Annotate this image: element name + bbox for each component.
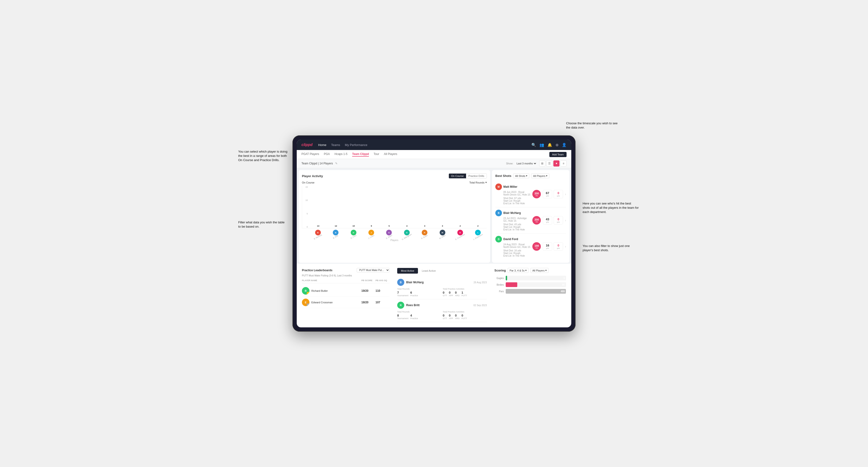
pac-rounds-row: 7 Tournament 6 Practice [397,291,441,297]
shot-stat-value-1: 43 [546,217,549,221]
chart-container: 15 10 5 0 1312109543322 BBDJEGRMEL B. Mc… [302,186,487,242]
shot-cards-container: M Matt Miller 09 Jun 2023 · Royal North … [495,181,566,259]
col-pb-score: PB Score [361,279,375,282]
shot-stats: 67 yds 0 yds [543,190,563,198]
leaderboard-row[interactable]: R 1 Richard Butler 19/20 110 [302,285,390,297]
chart-filter[interactable]: Total Rounds ▾ [469,181,487,184]
scoring-header: Scoring Par 3, 4 & 5s ▾ All Players ▾ [494,268,566,273]
team-header: Team Clippd | 14 Players ✎ Show: Last 3 … [297,159,571,168]
practice-drills-toggle[interactable]: Practice Drills [466,174,487,178]
shot-details-row: 09 Jun 2023 · Royal North Devon GC, Hole… [503,191,530,196]
bar-value: 4 [406,225,408,227]
shot-badge: 200 SG [532,216,541,224]
add-team-button[interactable]: Add Team [549,152,566,157]
practice-leaderboards-panel: Practice Leaderboards PUTT Must Make Put… [299,264,393,325]
bar-value: 2 [477,225,478,227]
pac-date: 02 Sep 2023 [473,304,487,307]
card-view-btn[interactable]: ♥ [553,160,559,166]
shot-player-name-row: B Blair McHarg [495,210,530,216]
scoring-players-filter[interactable]: All Players ▾ [530,268,549,273]
shot-stat-value-2: 0 [558,244,559,247]
shot-stat-label-2: yds [557,247,560,249]
all-players-filter[interactable]: All Players ▾ [531,173,549,178]
tab-all-players[interactable]: All Players [384,152,397,157]
shot-stat-label-1: yds [546,221,549,223]
user-icon-btn[interactable]: 👤 [562,143,566,147]
pac-rounds-title: Total Rounds [397,288,441,290]
lb-name: Edward Crossman [311,301,333,304]
scoring-chart: Eagles 3 Birdies 96 Pars 499 [494,276,566,294]
shot-badge-value: 200 [534,192,539,195]
search-icon-btn[interactable]: 🔍 [531,143,536,147]
chevron-down-icon2: ▾ [546,174,548,177]
bell-icon-btn[interactable]: 🔔 [548,143,552,147]
score-bar-fill [506,289,566,294]
shot-stat-box-1: 16 yds [543,242,552,251]
tab-hcaps[interactable]: Hcaps 1-5 [335,152,347,157]
table-view-btn[interactable]: ≡ [560,160,566,166]
shot-stat-value-2: 0 [558,217,559,221]
edit-icon[interactable]: ✎ [335,162,338,165]
pac-app: 0 APP [449,291,453,297]
list-view-btn[interactable]: ☰ [546,160,552,166]
score-bar-container: 3 [506,276,566,280]
player-activity-card: R Rees Britt 02 Sep 2023 Total Rounds 8 … [397,299,487,322]
annotation-left-top: You can select which player is doing the… [238,150,288,162]
all-shots-filter[interactable]: All Shots ▾ [513,173,529,178]
shot-stat-box-1: 67 yds [543,190,552,198]
shot-badge-value: 200 [534,218,539,221]
pac-header: B Blair McHarg 26 Aug 2023 [397,279,487,286]
shot-card[interactable]: M Matt Miller 09 Jun 2023 · Royal North … [495,181,566,207]
tab-tour[interactable]: Tour [374,152,379,157]
total-rounds-label: Total Rounds [469,181,485,184]
most-active-tabs: Most Active Least Active [397,268,487,274]
pac-tournament: 8 Tournament [397,314,408,319]
pac-practice-rounds: 4 Practice [410,314,418,319]
pac-tournament: 7 Tournament [397,291,408,297]
pac-total-rounds: Total Rounds 7 Tournament 6 Practice [397,288,441,297]
pac-activities-row: 0 GTT 0 APP 0 ARG 1 PUTT [443,291,487,297]
show-select[interactable]: Last 3 months Last 6 months Last year [516,162,537,165]
pac-arg: 0 ARG [455,291,460,297]
view-icons: ⊞ ☰ ♥ ≡ [539,160,566,166]
tab-pga[interactable]: PGA [324,152,330,157]
pac-avatar: B [397,279,404,286]
shot-card[interactable]: B Blair McHarg 23 Jul 2023 · Ashridge GC… [495,207,566,234]
player-activity-card: B Blair McHarg 26 Aug 2023 Total Rounds … [397,276,487,299]
shot-badge: 200 SG [532,190,541,198]
shot-card[interactable]: D David Ford 24 Aug 2023 · Royal North D… [495,234,566,259]
par-filter[interactable]: Par 3, 4 & 5s ▾ [507,268,529,273]
people-icon-btn[interactable]: 👥 [539,143,544,147]
shot-stat-value-1: 16 [546,244,549,247]
show-label: Show: [506,162,513,165]
shot-stats: 16 yds 0 yds [543,242,563,251]
bar-value: 12 [335,225,337,227]
on-course-toggle[interactable]: On Course [449,174,466,178]
nav-link-teams[interactable]: Teams [331,143,340,147]
most-active-panel: Most Active Least Active B Blair McHarg … [394,264,490,325]
shot-stat-label-2: yds [557,195,560,197]
shot-badge-sub: SG [535,247,538,249]
shot-detail-text: Shot Dist: 16 yds Start Lie: Rough End L… [503,249,530,257]
leaderboard-row[interactable]: E 2 Edward Crossman 18/20 107 [302,297,390,308]
chart-x-labels: B. McHargB. BrittD. FordJ. ColesE. Ebert… [302,236,487,238]
leaderboard-player: E 2 Edward Crossman [302,299,361,306]
lb-score: 18/20 [361,301,375,304]
shot-player-name: Blair McHarg [503,211,521,215]
chevron-right-icon: › [565,192,566,196]
most-active-tab[interactable]: Most Active [397,268,418,274]
nav-links: Home Teams My Performance [318,143,526,147]
least-active-tab[interactable]: Least Active [418,268,439,274]
tab-team-clippd[interactable]: Team Clippd [352,152,369,157]
grid-view-btn[interactable]: ⊞ [539,160,545,166]
annotation-left-bottom: Filter what data you wish the table to b… [238,220,285,229]
nav-link-home[interactable]: Home [318,143,327,147]
shot-player-info: D David Ford 24 Aug 2023 · Royal North D… [495,236,530,257]
drill-select[interactable]: PUTT Must Make Putting ... [356,268,390,272]
nav-link-performance[interactable]: My Performance [345,143,367,147]
pac-avatar: R [397,302,404,309]
annotation-right-middle: Here you can see who's hit the best shot… [583,201,639,214]
shot-avatar: M [495,184,502,190]
add-circle-icon-btn[interactable]: ⊕ [555,143,559,147]
tab-pgat-players[interactable]: PGAT Players [302,152,319,157]
